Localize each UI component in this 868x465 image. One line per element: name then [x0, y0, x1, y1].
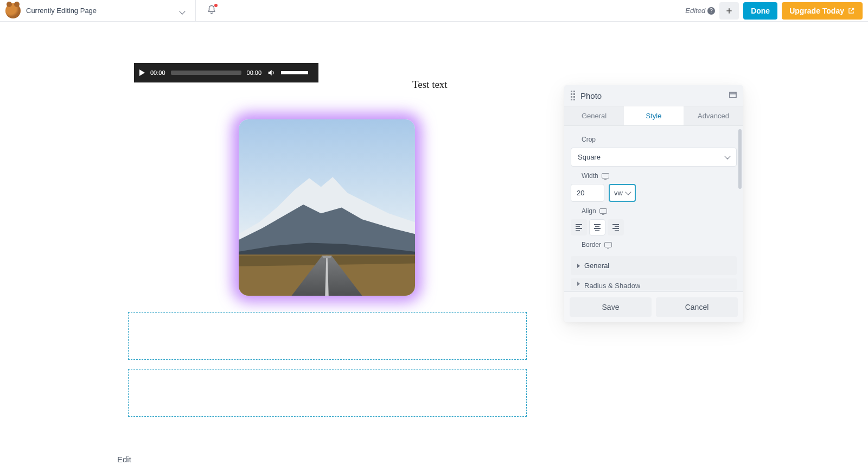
chevron-right-icon — [577, 264, 580, 268]
responsive-icon[interactable] — [604, 242, 612, 247]
empty-row-2[interactable] — [128, 369, 527, 417]
photo-image — [239, 119, 415, 296]
editor-canvas: 00:00 00:00 Test text Edit — [0, 22, 868, 465]
align-center-icon — [594, 224, 601, 231]
align-label: Align — [571, 202, 737, 219]
window-icon — [729, 92, 737, 98]
page-dropdown-toggle[interactable] — [178, 4, 187, 18]
done-label: Done — [751, 7, 770, 15]
panel-header[interactable]: Photo — [564, 85, 743, 106]
drag-handle-icon[interactable] — [571, 91, 575, 100]
top-bar-left: Currently Editing Page — [5, 0, 219, 22]
page-title: Currently Editing Page — [26, 7, 97, 15]
responsive-icon[interactable] — [599, 208, 607, 214]
responsive-icon[interactable] — [602, 173, 609, 179]
svg-rect-9 — [730, 92, 736, 98]
tab-general[interactable]: General — [564, 106, 624, 125]
width-unit-value: vw — [614, 189, 623, 197]
text-block[interactable]: Test text — [412, 79, 448, 91]
align-button-group — [571, 219, 737, 235]
panel-scrollbar[interactable] — [738, 129, 742, 189]
audio-time-current: 00:00 — [150, 69, 165, 76]
width-input[interactable] — [571, 184, 604, 202]
panel-title: Photo — [580, 91, 724, 100]
volume-icon[interactable] — [267, 68, 276, 77]
panel-expand-button[interactable] — [729, 91, 737, 100]
edited-status: Edited ? — [685, 7, 715, 15]
top-bar: Currently Editing Page Edited ? Done Upg… — [0, 0, 868, 22]
chevron-right-icon — [577, 282, 580, 286]
add-content-button[interactable] — [719, 2, 739, 20]
volume-slider[interactable] — [281, 71, 308, 74]
panel-footer: Save Cancel — [564, 291, 743, 322]
plus-icon — [725, 7, 733, 15]
cancel-button[interactable]: Cancel — [656, 297, 738, 317]
width-row: vw — [571, 184, 737, 202]
align-left-icon — [576, 224, 582, 231]
upgrade-button[interactable]: Upgrade Today — [782, 2, 863, 20]
width-label: Width — [571, 167, 737, 184]
accordion-radius-shadow-label: Radius & Shadow — [584, 282, 640, 290]
tab-advanced[interactable]: Advanced — [684, 106, 743, 125]
notifications-button[interactable] — [205, 3, 219, 19]
audio-progress-bar[interactable] — [171, 71, 241, 75]
border-label: Border — [571, 235, 737, 253]
save-button[interactable]: Save — [570, 297, 652, 317]
svg-marker-8 — [322, 256, 331, 258]
empty-row-1[interactable] — [128, 312, 527, 360]
chevron-down-icon — [179, 8, 185, 14]
panel-tabs: General Style Advanced — [564, 106, 743, 126]
crop-select[interactable]: Square — [571, 148, 737, 167]
panel-body: Crop Square Width vw Align — [564, 126, 743, 291]
align-label-text: Align — [582, 207, 596, 215]
align-center-button[interactable] — [589, 219, 605, 235]
crop-value: Square — [578, 153, 601, 161]
external-link-icon — [847, 7, 855, 15]
width-label-text: Width — [582, 172, 598, 180]
app-logo-icon — [5, 3, 21, 18]
photo-module[interactable] — [239, 119, 415, 296]
chevron-down-icon — [625, 189, 631, 195]
align-left-button[interactable] — [571, 219, 587, 235]
divider — [195, 0, 196, 22]
accordion-general[interactable]: General — [571, 256, 737, 275]
help-icon[interactable]: ? — [707, 7, 715, 15]
settings-panel: Photo General Style Advanced Crop Square… — [564, 85, 743, 322]
chevron-down-icon — [724, 153, 730, 159]
done-button[interactable]: Done — [743, 2, 777, 20]
align-right-icon — [612, 224, 619, 231]
width-unit-select[interactable]: vw — [609, 184, 636, 202]
border-label-text: Border — [582, 241, 601, 249]
edit-link[interactable]: Edit — [117, 455, 131, 464]
audio-player[interactable]: 00:00 00:00 — [134, 63, 318, 82]
play-button[interactable] — [139, 69, 145, 76]
audio-time-total: 00:00 — [247, 69, 262, 76]
tab-style[interactable]: Style — [624, 106, 684, 125]
notification-dot-icon — [214, 4, 218, 7]
accordion-radius-shadow[interactable]: Radius & Shadow — [571, 278, 737, 290]
edited-label: Edited — [685, 7, 705, 15]
top-bar-right: Edited ? Done Upgrade Today — [685, 2, 863, 20]
crop-label: Crop — [571, 130, 737, 148]
accordion-general-label: General — [584, 262, 609, 270]
align-right-button[interactable] — [608, 219, 624, 235]
upgrade-label: Upgrade Today — [789, 7, 844, 15]
